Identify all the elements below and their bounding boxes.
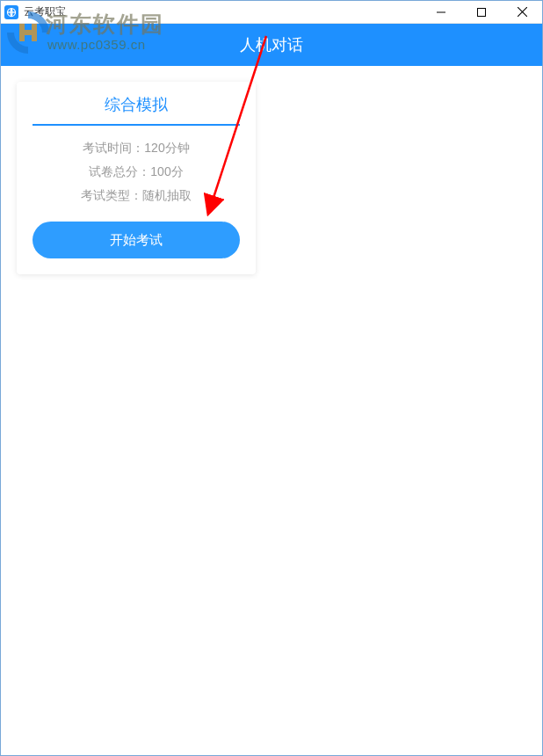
app-window: 云考职宝 人机对话 综合模拟 考试时间：120分钟 试卷总分：100分 考试类型…: [0, 0, 543, 756]
exam-time-label: 考试时间：120分钟: [33, 136, 240, 160]
total-score-label: 试卷总分：100分: [33, 160, 240, 184]
page-header: 人机对话: [1, 24, 542, 66]
svg-rect-1: [478, 8, 486, 16]
close-button[interactable]: [502, 1, 542, 23]
minimize-button[interactable]: [421, 1, 461, 23]
maximize-button[interactable]: [461, 1, 502, 23]
window-title: 云考职宝: [24, 4, 421, 19]
app-icon: [4, 5, 18, 19]
window-controls: [421, 1, 542, 23]
card-title: 综合模拟: [33, 94, 240, 126]
start-exam-button[interactable]: 开始考试: [33, 222, 240, 258]
exam-type-label: 考试类型：随机抽取: [33, 184, 240, 207]
titlebar: 云考职宝: [1, 1, 542, 24]
page-title: 人机对话: [240, 34, 303, 55]
exam-card: 综合模拟 考试时间：120分钟 试卷总分：100分 考试类型：随机抽取 开始考试: [17, 82, 256, 274]
main-content: 综合模拟 考试时间：120分钟 试卷总分：100分 考试类型：随机抽取 开始考试: [1, 66, 542, 755]
